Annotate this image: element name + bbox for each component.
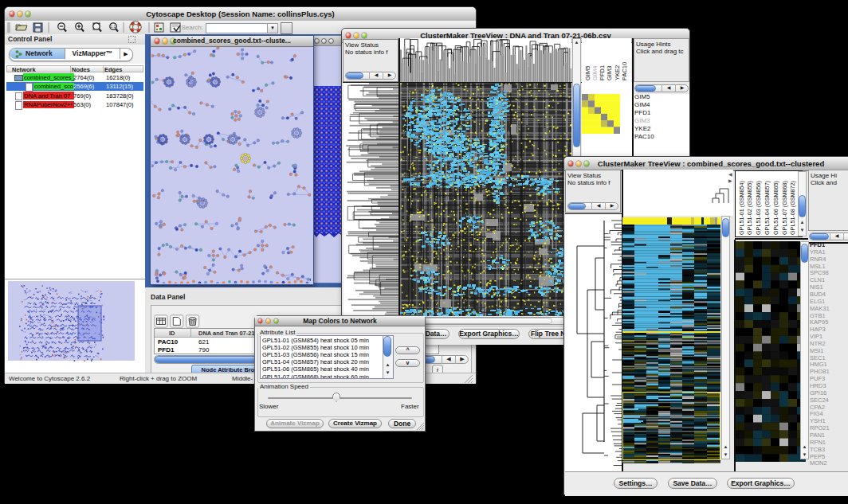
svg-text:GIM3: GIM3 — [606, 66, 613, 80]
svg-text:GPL51-07 (GSM868): GPL51-07 (GSM868) — [781, 181, 788, 235]
svg-text:GPL51-06 (GSM865): GPL51-06 (GSM865) — [772, 181, 779, 235]
svg-text:PAC10: PAC10 — [621, 62, 628, 80]
svg-text:YKE2: YKE2 — [614, 65, 621, 80]
svg-text:GIM5: GIM5 — [584, 66, 591, 80]
svg-text:GPL51-03 (GSM856): GPL51-03 (GSM856) — [755, 181, 762, 235]
svg-text:GPL51-08 (GSM872): GPL51-08 (GSM872) — [789, 181, 796, 235]
svg-text:GPL51-04 (GSM857): GPL51-04 (GSM857) — [764, 181, 771, 235]
svg-text:GPL51-01 (GSM854): GPL51-01 (GSM854) — [738, 181, 745, 235]
svg-text:GPL51-02 (GSM855): GPL51-02 (GSM855) — [746, 181, 753, 235]
svg-text:1:1: 1:1 — [111, 25, 116, 29]
svg-text:GIM4: GIM4 — [591, 66, 599, 80]
svg-text:PFD1: PFD1 — [599, 65, 606, 80]
svg-text:Search:: Search: — [181, 24, 203, 31]
